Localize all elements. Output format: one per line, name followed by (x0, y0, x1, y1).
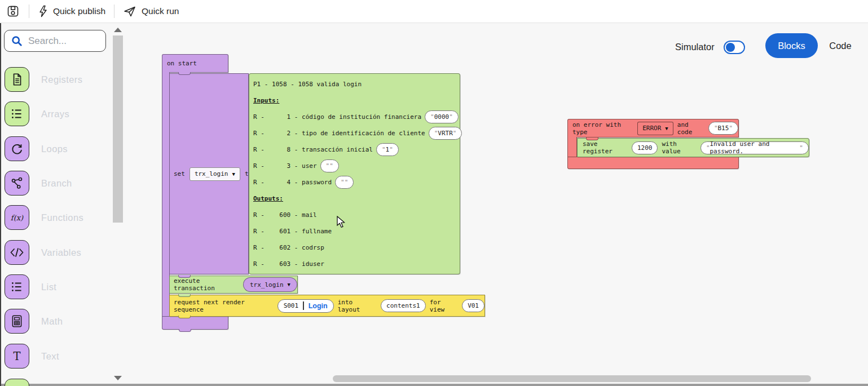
sidebar-scrollbar[interactable] (113, 36, 123, 223)
connector-tab (178, 275, 191, 278)
register-number-pill[interactable]: 1200 (632, 141, 658, 154)
code-icon (9, 245, 25, 260)
sidebar-item-arrays[interactable]: Arrays (5, 101, 112, 126)
quick-run-button[interactable]: Quick run (123, 5, 179, 17)
input-row: R - 3 - user (253, 158, 460, 174)
input-value-pill[interactable]: 0000 (425, 110, 459, 123)
save-button[interactable] (6, 4, 20, 19)
error-type-dropdown[interactable]: ERROR ▼ (637, 122, 673, 135)
sequence-code: S001 (284, 302, 299, 309)
connector-tab (178, 316, 191, 318)
execute-transaction-dropdown[interactable]: trx_login ▼ (243, 277, 297, 292)
input-row: R - 8 - transacción inicial 1 (253, 141, 460, 158)
sidebar-item-partial[interactable] (5, 379, 112, 386)
input-row: R - 1 - código de institución financiera… (253, 109, 460, 125)
send-icon (123, 5, 136, 17)
layout-pill[interactable]: contents1 (381, 299, 426, 312)
simulator-toggle[interactable] (724, 41, 745, 54)
set-variable-block[interactable]: set trx_login ▼ to (169, 73, 249, 274)
sidebar-scroll-up-icon[interactable] (114, 28, 122, 32)
code-tab-button[interactable]: Code (827, 33, 854, 58)
simulator-label: Simulator (675, 42, 715, 52)
output-row: R - 601 - fullname (253, 223, 460, 239)
on-start-block-foot[interactable] (162, 316, 228, 330)
input-value-pill[interactable]: VRTR (429, 127, 462, 140)
sidebar-item-list[interactable]: List (5, 274, 112, 299)
set-keyword: set (174, 170, 185, 178)
input-value-pill[interactable]: 1 (376, 143, 399, 156)
sidebar-item-label: Functions (41, 212, 83, 223)
search-icon (11, 36, 23, 47)
input-value-pill[interactable] (335, 176, 354, 189)
on-start-label: on start (167, 60, 197, 67)
and-code-keyword: and code (677, 121, 704, 136)
lightning-icon (38, 5, 48, 17)
on-start-block-spine[interactable] (162, 72, 170, 317)
request-render-block[interactable]: request next render sequence S001 Login … (169, 295, 485, 317)
code-label: Code (829, 41, 851, 51)
block-search[interactable] (4, 30, 106, 52)
connector-tab (586, 137, 598, 140)
quick-publish-label: Quick publish (53, 6, 105, 16)
svg-text:T: T (13, 350, 20, 363)
sidebar-scroll-down-icon[interactable] (114, 376, 122, 380)
on-error-block-spine[interactable] (567, 137, 577, 157)
input-value-pill[interactable] (320, 159, 339, 172)
workspace-canvas[interactable]: on start set trx_login ▼ to P1 - 1058 - … (0, 0, 868, 386)
save-register-block[interactable]: save register 1200 with value Invalid us… (577, 138, 809, 157)
output-row: R - 602 - codrsp (253, 239, 460, 256)
text-icon: T (10, 349, 24, 363)
on-start-block[interactable]: on start (162, 54, 228, 73)
sidebar-item-label: Math (41, 316, 63, 327)
sidebar-item-registers[interactable]: Registers (5, 67, 112, 92)
input-row: R - 2 - tipo de identificación de client… (253, 125, 460, 141)
app-window: on start set trx_login ▼ to P1 - 1058 - … (0, 0, 868, 386)
request-render-label: request next render sequence (174, 299, 274, 313)
on-error-block[interactable]: on error with type ERROR ▼ and code B15 (567, 119, 739, 137)
error-type-value: ERROR (642, 125, 661, 132)
transaction-title: P1 - 1058 - 1058 valida login (253, 76, 460, 92)
on-error-block-foot[interactable] (567, 157, 739, 169)
sidebar-item-variables[interactable]: Variables (5, 240, 112, 265)
quick-run-label: Quick run (142, 6, 179, 16)
error-code-pill[interactable]: B15 (708, 122, 738, 135)
top-toolbar: Quick publish Quick run (0, 0, 868, 23)
connector-tab (178, 294, 191, 297)
with-value-keyword: with value (662, 140, 696, 155)
sequence-name: Login (309, 302, 328, 310)
dropdown-arrow-icon: ▼ (232, 171, 235, 177)
input-row: R - 4 - password (253, 174, 460, 190)
output-row: R - 600 - mail (253, 207, 460, 223)
sidebar-item-branch[interactable]: Branch (5, 171, 112, 196)
calculator-icon (10, 314, 24, 329)
loop-icon (10, 141, 24, 156)
toolbar-divider (114, 5, 114, 18)
sidebar-item-functions[interactable]: f(x) Functions (5, 205, 112, 230)
sequence-pill[interactable]: S001 Login (277, 299, 334, 313)
set-variable-dropdown[interactable]: trx_login ▼ (190, 167, 240, 181)
blocks-tab-button[interactable]: Blocks (765, 33, 818, 58)
sidebar-item-label: Variables (41, 247, 81, 258)
toolbar-divider (29, 5, 29, 18)
canvas-horizontal-scrollbar[interactable] (333, 375, 811, 382)
view-pill[interactable]: V01 (462, 299, 484, 312)
register-value-pill[interactable]: Invalid user and password. (700, 141, 809, 154)
function-icon: f(x) (8, 210, 25, 225)
document-icon (10, 72, 24, 87)
sidebar-item-label: Registers (41, 74, 82, 85)
sidebar-item-loops[interactable]: Loops (5, 136, 112, 161)
quick-publish-button[interactable]: Quick publish (38, 5, 105, 17)
inputs-heading: Inputs: (253, 97, 279, 104)
sidebar-item-math[interactable]: Math (5, 309, 112, 334)
sidebar-item-text[interactable]: T Text (5, 344, 112, 369)
sidebar-item-label: List (41, 282, 56, 292)
transaction-descriptor-block[interactable]: P1 - 1058 - 1058 valida login Inputs: R … (249, 73, 460, 274)
dropdown-arrow-icon: ▼ (288, 282, 290, 287)
execute-transaction-block[interactable]: execute transaction trx_login ▼ (169, 276, 298, 294)
search-input[interactable] (28, 36, 93, 47)
sidebar-left-edge (0, 23, 1, 386)
sidebar-item-label: Loops (41, 144, 68, 154)
save-icon (7, 5, 19, 17)
toggle-knob (726, 43, 735, 52)
connector-tab (179, 329, 191, 332)
